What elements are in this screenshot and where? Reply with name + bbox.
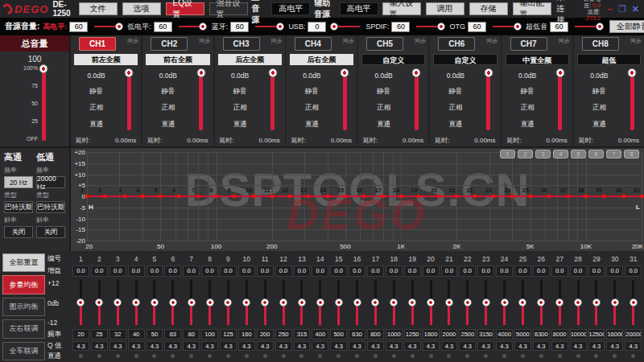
eq-curve-point[interactable] xyxy=(621,195,625,199)
band-q-value[interactable]: 4.3 xyxy=(201,341,218,351)
source-slider-knob[interactable] xyxy=(199,23,207,31)
channel-toggle-正相[interactable]: 正相 xyxy=(217,103,263,113)
channel-slider-track[interactable] xyxy=(486,69,490,130)
band-q-value[interactable]: 4.3 xyxy=(330,341,347,351)
menu-button-混音设置[interactable]: 混音设置 xyxy=(209,2,248,15)
band-freq-value[interactable]: 10000 xyxy=(570,329,587,339)
band-freq-value[interactable]: 1250 xyxy=(404,329,421,339)
band-gain-value[interactable]: 0.0 xyxy=(147,265,163,277)
band-slider-knob[interactable] xyxy=(445,298,453,306)
band-gain-value[interactable]: 0.0 xyxy=(294,265,311,277)
band-q-value[interactable]: 4.3 xyxy=(147,341,163,351)
channel-slider-track[interactable] xyxy=(127,69,131,130)
band-slider-track[interactable] xyxy=(319,280,321,325)
band-bypass-toggle[interactable] xyxy=(631,354,635,358)
channel-name-button[interactable]: 超低 xyxy=(577,54,641,65)
band-freq-value[interactable]: 6300 xyxy=(533,329,550,339)
band-freq-value[interactable]: 8000 xyxy=(551,329,568,339)
channel-name-button[interactable]: 前右全频 xyxy=(146,54,209,65)
band-slider-knob[interactable] xyxy=(371,298,379,306)
band-freq-value[interactable]: 12500 xyxy=(588,329,605,339)
band-q-value[interactable]: 4.3 xyxy=(164,341,181,351)
band-q-value[interactable]: 4.3 xyxy=(220,341,237,351)
band-slider-track[interactable] xyxy=(208,280,211,325)
band-gain-value[interactable]: 0.0 xyxy=(183,265,200,277)
band-freq-value[interactable]: 200 xyxy=(257,329,274,339)
band-gain-value[interactable]: 0.0 xyxy=(91,265,108,277)
band-bypass-toggle[interactable] xyxy=(429,354,433,358)
source-slider-value[interactable]: 60 xyxy=(154,22,172,32)
band-q-value[interactable]: 4.3 xyxy=(551,341,568,351)
eq-curve-point[interactable] xyxy=(232,195,236,199)
band-bypass-toggle[interactable] xyxy=(208,354,212,358)
band-slider-knob[interactable] xyxy=(574,298,582,306)
band-slider-knob[interactable] xyxy=(298,298,306,306)
eq-curve-point[interactable] xyxy=(491,195,495,199)
channel-name-button[interactable]: 前左全频 xyxy=(74,54,138,65)
source-slider-knob[interactable] xyxy=(596,23,604,31)
channel-slider-knob[interactable] xyxy=(555,68,564,77)
preset-slot-5[interactable]: 5 xyxy=(571,150,586,158)
band-slider-track[interactable] xyxy=(98,280,101,325)
band-bypass-toggle[interactable] xyxy=(558,354,562,358)
band-slider-track[interactable] xyxy=(246,280,248,325)
band-freq-value[interactable]: 800 xyxy=(367,329,384,339)
channel-slider-track[interactable] xyxy=(558,69,562,130)
band-freq-value[interactable]: 160 xyxy=(238,329,255,339)
source-slider-track[interactable] xyxy=(255,26,283,27)
minimize-icon[interactable]: – xyxy=(608,5,613,14)
band-slider-knob[interactable] xyxy=(408,298,416,306)
eq-curve-point[interactable] xyxy=(287,195,291,199)
band-gain-value[interactable]: 0.0 xyxy=(477,265,494,277)
band-slider-knob[interactable] xyxy=(114,298,122,306)
band-freq-value[interactable]: 400 xyxy=(312,329,328,339)
band-slider-knob[interactable] xyxy=(169,298,177,306)
source-slider-knob[interactable] xyxy=(330,23,338,31)
band-gain-value[interactable]: 0.0 xyxy=(257,265,274,277)
band-slider-knob[interactable] xyxy=(188,298,196,306)
band-slider-knob[interactable] xyxy=(95,298,103,306)
band-slider-track[interactable] xyxy=(595,280,597,325)
action-button-输出配置[interactable]: 输出配置 xyxy=(513,2,551,15)
band-gain-value[interactable]: 0.0 xyxy=(606,265,623,277)
channel-toggle-静音[interactable]: 静音 xyxy=(145,87,191,97)
band-slider-knob[interactable] xyxy=(242,298,250,306)
source-slider-track[interactable] xyxy=(575,26,602,27)
band-freq-value[interactable]: 20 xyxy=(72,329,89,339)
band-slider-knob[interactable] xyxy=(390,298,398,306)
preset-slot-2[interactable]: 2 xyxy=(518,150,533,158)
channel-toggle-正相[interactable]: 正相 xyxy=(73,103,119,113)
band-slider-knob[interactable] xyxy=(611,298,619,306)
filter-freq-value[interactable]: 20 Hz xyxy=(4,176,33,188)
band-q-value[interactable]: 4.3 xyxy=(91,341,108,351)
band-gain-value[interactable]: 0.0 xyxy=(625,265,642,277)
band-gain-value[interactable]: 0.0 xyxy=(238,265,255,277)
band-bypass-toggle[interactable] xyxy=(539,354,543,358)
source-slider-value[interactable]: 60 xyxy=(69,22,88,32)
band-freq-value[interactable]: 630 xyxy=(349,329,365,339)
master-volume-track[interactable] xyxy=(42,65,46,141)
channel-tab-CH5[interactable]: CH5 xyxy=(366,37,403,51)
band-bypass-toggle[interactable] xyxy=(245,354,249,358)
band-gain-value[interactable]: 0.0 xyxy=(386,265,402,277)
editor-button-左右联调[interactable]: 左右联调 xyxy=(2,319,45,338)
action-button-调用[interactable]: 调用 xyxy=(426,2,464,15)
band-gain-value[interactable]: 0.0 xyxy=(275,265,292,277)
band-q-value[interactable]: 4.3 xyxy=(404,341,421,351)
preset-slot-4[interactable]: 4 xyxy=(553,150,568,158)
band-slider-knob[interactable] xyxy=(537,298,545,306)
band-freq-value[interactable]: 40 xyxy=(128,329,145,339)
band-slider-track[interactable] xyxy=(577,280,580,325)
band-gain-value[interactable]: 0.0 xyxy=(312,265,328,277)
band-gain-value[interactable]: 0.0 xyxy=(72,265,89,277)
eq-curve-point[interactable] xyxy=(417,195,421,199)
band-slider-track[interactable] xyxy=(632,280,634,325)
band-bypass-toggle[interactable] xyxy=(576,354,580,358)
band-bypass-toggle[interactable] xyxy=(79,354,83,358)
band-bypass-toggle[interactable] xyxy=(392,354,396,358)
band-freq-value[interactable]: 2500 xyxy=(459,329,476,339)
band-slider-knob[interactable] xyxy=(501,298,509,306)
band-slider-track[interactable] xyxy=(411,280,414,325)
band-freq-value[interactable]: 1000 xyxy=(386,329,402,339)
band-bypass-toggle[interactable] xyxy=(374,354,378,358)
